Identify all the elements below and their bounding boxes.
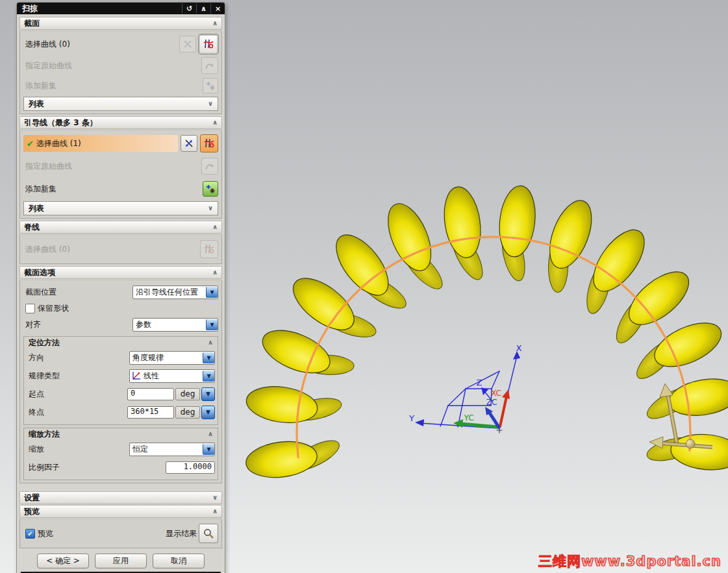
section-header-spine[interactable]: 脊线 ∧ (19, 221, 222, 234)
law-type-dropdown[interactable]: 线性 ▼ (129, 369, 215, 383)
section-header-label: 截面 (24, 18, 212, 29)
chevron-up-icon[interactable]: ∧ (212, 269, 218, 276)
magnifier-icon (203, 528, 214, 539)
dropdown-arrow-icon[interactable]: ▼ (203, 444, 214, 455)
linear-law-icon (132, 371, 141, 380)
xc-axis-arrow[interactable] (500, 396, 507, 426)
preview-checkbox[interactable]: ✔ (25, 529, 35, 539)
collapse-dialog-icon: ∧ (201, 5, 207, 13)
reset-button[interactable]: ↺ (182, 3, 196, 14)
scale-dropdown[interactable]: 恒定 ▼ (129, 443, 215, 456)
swept-helix-surface[interactable] (244, 184, 728, 481)
scale-factor-label: 比例因子 (27, 462, 60, 473)
chevron-down-icon[interactable]: ∨ (208, 205, 213, 212)
drag-sphere-handle[interactable] (686, 439, 695, 448)
select-curve-label[interactable]: 选择曲线 (0) (23, 39, 70, 50)
zc-axis-label: ZC (486, 398, 497, 407)
dialog-action-buttons: < 确定 > 应用 取消 (19, 554, 222, 568)
apply-button[interactable]: 应用 (95, 554, 147, 568)
add-new-set-button[interactable] (203, 181, 218, 197)
direction-label: 方向 (27, 352, 44, 363)
y-axis-arrow-icon (415, 419, 424, 426)
curve-rule-icon (203, 138, 215, 149)
collapse-dialog-button[interactable]: ∧ (196, 3, 210, 14)
preserve-shape-checkbox[interactable] (25, 304, 35, 313)
specify-original-curve-label: 指定原始曲线 (23, 161, 72, 172)
original-curve-button (201, 57, 218, 74)
direction-dropdown[interactable]: 角度规律 ▼ (129, 351, 215, 365)
dropdown-arrow-icon[interactable]: ▼ (206, 319, 218, 330)
chevron-down-icon[interactable]: ∨ (208, 101, 213, 107)
spine-group: 选择曲线 (0) (19, 234, 222, 264)
scaling-method-label: 缩放方法 (29, 429, 208, 440)
end-unit-box: deg (175, 406, 200, 419)
section-header-section[interactable]: 截面 ∧ (19, 17, 222, 30)
chevron-up-icon[interactable]: ∧ (208, 339, 213, 346)
preview-checkbox-label: 预览 (38, 528, 53, 539)
section-header-preview[interactable]: 预览 ∧ (19, 505, 222, 518)
end-value-options-button[interactable]: ▼ (201, 406, 215, 419)
list-bar-guides[interactable]: 列表 ∨ (23, 201, 218, 215)
chevron-up-icon[interactable]: ∧ (208, 431, 213, 437)
dropdown-arrow-icon[interactable]: ▼ (203, 371, 214, 382)
x-axis-label: X (516, 343, 522, 353)
law-type-value: 线性 (141, 371, 203, 382)
scaling-method-header[interactable]: 缩放方法 ∧ (27, 428, 215, 440)
helix-petal (440, 184, 484, 260)
check-icon: ✔ (23, 139, 36, 149)
add-new-set-label[interactable]: 添加新集 (23, 184, 56, 195)
spine-select-curve-label: 选择曲线 (0) (23, 244, 70, 255)
curve-rule-button[interactable] (199, 34, 218, 54)
add-new-set-label: 添加新集 (23, 80, 56, 91)
chevron-up-icon[interactable]: ∧ (212, 508, 218, 515)
options-header-label: 截面选项 (24, 267, 212, 278)
section-position-dropdown[interactable]: 沿引导线任何位置 ▼ (132, 286, 218, 299)
crossed-arrows-button[interactable] (181, 135, 197, 152)
show-result-button[interactable] (199, 524, 218, 543)
end-value-field[interactable]: 360*15 (127, 406, 174, 419)
alignment-dropdown[interactable]: 参数 ▼ (132, 318, 218, 332)
start-value-field[interactable]: 0 (127, 388, 174, 400)
end-label: 终点 (27, 407, 44, 418)
section-header-options[interactable]: 截面选项 ∧ (19, 266, 222, 279)
close-button[interactable]: × (210, 3, 225, 14)
chevron-up-icon[interactable]: ∧ (212, 119, 218, 126)
cancel-button[interactable]: 取消 (153, 554, 205, 568)
section-header-guides[interactable]: 引导线（最多 3 条） ∧ (19, 116, 222, 129)
orientation-method-subgroup: 定位方法 ∧ 方向 角度规律 ▼ 规律类型 (23, 336, 218, 425)
curve-arrow-icon (205, 60, 215, 71)
reset-icon: ↺ (186, 5, 192, 13)
orientation-method-header[interactable]: 定位方法 ∧ (27, 337, 215, 348)
curve-rule-button[interactable] (200, 134, 218, 152)
preview-header-label: 预览 (24, 506, 212, 517)
curve-rule-button (200, 240, 218, 258)
chevron-up-icon[interactable]: ∧ (212, 224, 218, 230)
selected-curve-row[interactable]: ✔ 选择曲线 (1) (23, 135, 178, 152)
add-new-set-button (203, 78, 218, 93)
preview-group: ✔ 预览 显示结果 (19, 518, 222, 548)
crossed-arrows-button (179, 36, 196, 53)
original-curve-button (201, 158, 218, 175)
dialog-titlebar[interactable]: 扫掠 ↺ ∧ × (17, 3, 225, 14)
yc-axis-label: YC (463, 413, 473, 422)
spine-header-label: 脊线 (24, 222, 212, 233)
list-label: 列表 (29, 99, 208, 110)
chevron-down-icon[interactable]: ∨ (212, 494, 218, 501)
scale-value: 恒定 (130, 444, 203, 455)
helix-petal (244, 438, 320, 482)
chevron-up-icon[interactable]: ∧ (212, 20, 218, 27)
vertical-arrow-icon[interactable] (660, 384, 673, 397)
xc-arrow-icon (502, 389, 510, 399)
ok-button[interactable]: < 确定 > (37, 554, 89, 568)
scale-factor-field[interactable]: 1.0000 (166, 461, 215, 474)
wcs-triad[interactable]: X Y Z XC YC ZC (408, 343, 522, 433)
section-group: 选择曲线 (0) (19, 30, 222, 114)
settings-header-label: 设置 (24, 493, 212, 504)
section-header-settings[interactable]: 设置 ∨ (19, 491, 222, 504)
section-position-value: 沿引导线任何位置 (133, 287, 206, 298)
dropdown-arrow-icon[interactable]: ▼ (206, 287, 218, 298)
list-bar-section[interactable]: 列表 ∨ (23, 97, 218, 111)
direction-value: 角度规律 (130, 352, 203, 363)
start-value-options-button[interactable]: ▼ (201, 387, 215, 401)
dropdown-arrow-icon[interactable]: ▼ (203, 352, 214, 363)
